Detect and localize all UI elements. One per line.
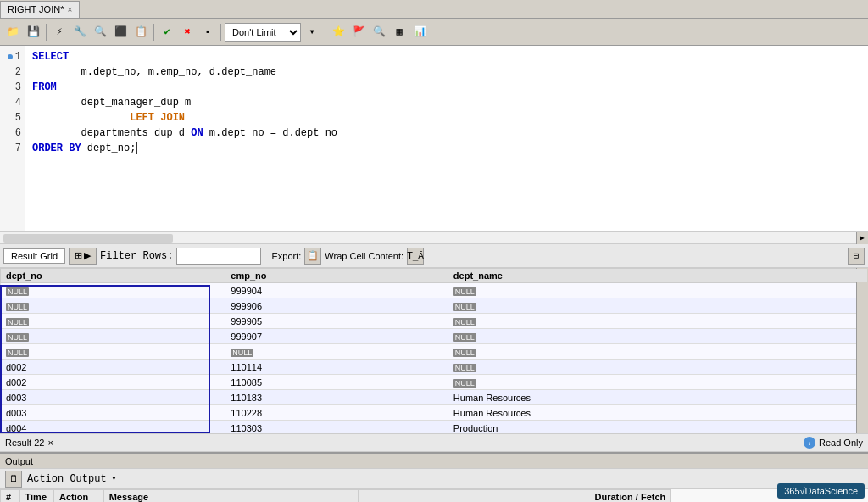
search-btn[interactable]: 🔍 (91, 23, 109, 42)
star-btn[interactable]: ⭐ (329, 23, 348, 42)
line-numbers: 1 2 3 4 5 6 7 (0, 46, 25, 231)
sep1 (46, 24, 47, 41)
cell-emp_no[interactable]: 999905 (225, 314, 448, 329)
cell-dept_no[interactable]: d004 (1, 421, 225, 434)
scroll-right-arrow[interactable]: ▶ (856, 232, 868, 244)
col-message: Message (103, 490, 358, 503)
execute-btn[interactable]: ✔ (158, 23, 176, 42)
table-row: d003110183Human Resources (1, 390, 868, 405)
limit-select[interactable]: Don't Limit1000 rows200 rows500 rows (225, 23, 301, 42)
cell-dept_name[interactable]: NULL (448, 283, 867, 298)
cell-dept_no[interactable]: d003 (1, 390, 225, 405)
cell-dept_name[interactable]: NULL (448, 298, 867, 314)
table-row: d002110085NULL (1, 375, 868, 390)
wrap-label: Wrap Cell Content: (325, 251, 403, 261)
chevron-btn[interactable]: ▾ (303, 23, 321, 42)
output-clear-btn[interactable]: 🗒 (5, 471, 22, 488)
grid-btn[interactable]: ▦ (390, 23, 409, 42)
cell-emp_no[interactable]: 999904 (225, 283, 448, 298)
tool5-btn[interactable]: ▪ (198, 23, 217, 42)
output-label: Output (5, 456, 33, 466)
run-all-btn[interactable]: 🔧 (70, 23, 89, 42)
cell-emp_no[interactable]: 110114 (225, 360, 448, 375)
code-line-1: SELECT (32, 49, 861, 64)
tool4-btn[interactable]: 📋 (131, 23, 150, 42)
cell-dept_name[interactable]: Human Resources (448, 390, 867, 405)
result-22-label: Result 22 (5, 438, 44, 448)
kw-from: FROM (32, 81, 57, 93)
cell-emp_no[interactable]: 110183 (225, 390, 448, 405)
cell-dept_no[interactable]: NULL (1, 298, 225, 314)
cell-dept_no[interactable]: NULL (1, 344, 225, 360)
col-dept-no[interactable]: dept_no (1, 269, 225, 283)
output-table: # Time Action Message Duration / Fetch ●… (0, 489, 868, 502)
code-editor-content[interactable]: SELECT m.dept_no, m.emp_no, d.dept_name … (25, 46, 868, 231)
data-grid-wrapper: dept_no emp_no dept_name NULL999904NULLN… (0, 268, 868, 433)
cell-dept_no[interactable]: NULL (1, 314, 225, 329)
filter-rows-btn[interactable]: ⊞ ▶ (69, 248, 97, 265)
cell-dept_no[interactable]: d002 (1, 375, 225, 390)
cell-dept_name[interactable]: NULL (448, 360, 867, 375)
cell-dept_no[interactable]: d003 (1, 405, 225, 421)
cell-dept_name[interactable]: NULL (448, 344, 867, 360)
cell-emp_no[interactable]: 110085 (225, 375, 448, 390)
col-duration: Duration / Fetch (358, 490, 671, 503)
cell-emp_no[interactable]: 999907 (225, 329, 448, 344)
sep3 (220, 24, 221, 41)
save-btn[interactable]: 💾 (24, 23, 42, 42)
col-dept-name[interactable]: dept_name (448, 269, 867, 283)
cell-emp_no[interactable]: 999906 (225, 298, 448, 314)
cell-dept_name[interactable]: Human Resources (448, 405, 867, 421)
col-emp-no[interactable]: emp_no (225, 269, 448, 283)
cell-dept_name[interactable]: NULL (448, 375, 867, 390)
sep4 (325, 24, 326, 41)
cell-dept_no[interactable]: NULL (1, 283, 225, 298)
result-close-btn[interactable]: × (47, 438, 53, 448)
flag-btn[interactable]: 🚩 (349, 23, 368, 42)
tool3-btn[interactable]: ⬛ (111, 23, 130, 42)
grid-toggle-btn[interactable]: ⊟ (848, 248, 865, 265)
col-action: Action (53, 490, 103, 503)
cell-emp_no[interactable]: 110303 (225, 421, 448, 434)
result-grid-tab[interactable]: Result Grid (3, 248, 65, 264)
col-hash: # (1, 490, 20, 503)
cell-dept_name[interactable]: NULL (448, 314, 867, 329)
cell-dept_no[interactable]: d002 (1, 360, 225, 375)
stop-btn[interactable]: ✖ (178, 23, 197, 42)
table-row: d004110303Production (1, 421, 868, 434)
result-22-tab[interactable]: Result 22 × (5, 438, 53, 448)
sql-editor[interactable]: 1 2 3 4 5 6 7 SELECT m.dept_no, m.emp_no… (0, 46, 868, 232)
action-output-label: Action Output (27, 473, 107, 485)
kw-select: SELECT (32, 51, 69, 63)
table-row: NULLNULLNULL (1, 344, 868, 360)
filter-input[interactable] (176, 248, 261, 265)
line-5: 5 (0, 110, 25, 126)
code-line-2: m.dept_no, m.emp_no, d.dept_name (32, 64, 861, 80)
result-grid-label: Result Grid (11, 251, 58, 261)
action-output-chevron[interactable]: ▾ (112, 474, 116, 483)
line-6: 6 (0, 126, 25, 141)
info-icon: i (804, 437, 815, 449)
line-2: 2 (0, 64, 25, 80)
cell-dept_name[interactable]: NULL (448, 329, 867, 344)
run-btn[interactable]: ⚡ (50, 23, 69, 42)
vertical-scrollbar[interactable] (856, 268, 868, 433)
cell-emp_no[interactable]: 110228 (225, 405, 448, 421)
wrap-icon-btn[interactable]: T̲Ā (407, 248, 424, 265)
code-line-4: dept_manager_dup m (32, 95, 861, 110)
breakpoint-1 (8, 54, 13, 59)
hscroll-track[interactable] (3, 234, 173, 243)
open-file-btn[interactable]: 📁 (3, 23, 22, 42)
table-btn[interactable]: 📊 (410, 23, 429, 42)
tab-close[interactable]: × (67, 5, 72, 14)
right-join-tab[interactable]: RIGHT JOIN* × (0, 1, 80, 18)
col-time: Time (19, 490, 53, 503)
export-btn[interactable]: 📋 (304, 248, 321, 265)
cell-dept_name[interactable]: Production (448, 421, 867, 434)
editor-scrollbar[interactable]: ▶ (0, 232, 868, 244)
sep2 (153, 24, 154, 41)
cell-emp_no[interactable]: NULL (225, 344, 448, 360)
zoom-btn[interactable]: 🔍 (370, 23, 388, 42)
cell-dept_no[interactable]: NULL (1, 329, 225, 344)
code-line-3: FROM (32, 80, 861, 95)
